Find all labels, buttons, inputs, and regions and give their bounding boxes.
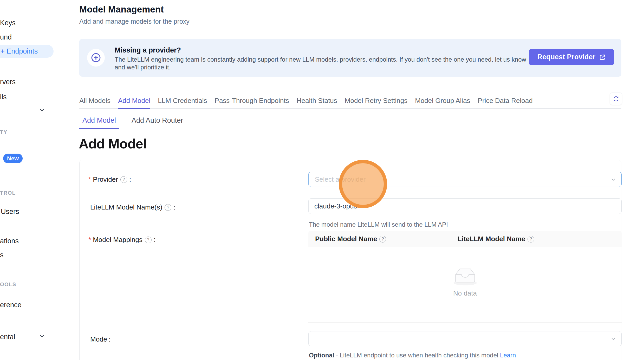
chevron-down-icon bbox=[610, 177, 616, 182]
model-mappings-label: * Model Mappings ? : bbox=[88, 236, 155, 244]
chevron-down-icon[interactable] bbox=[39, 333, 45, 339]
help-circle-icon[interactable]: ? bbox=[145, 237, 152, 243]
label-colon: : bbox=[129, 175, 131, 184]
mode-label-text: Mode bbox=[90, 335, 107, 343]
column-header-text: LiteLLM Model Name bbox=[458, 235, 525, 243]
model-name-input[interactable] bbox=[308, 198, 622, 214]
model-mappings-table-header: Public Model Name ? LiteLLM Model Name ? bbox=[308, 231, 622, 247]
mode-label: Mode : bbox=[90, 335, 110, 343]
chevron-down-icon[interactable] bbox=[39, 107, 45, 113]
model-management-tabs: All Models Add Model LLM Credentials Pas… bbox=[79, 96, 621, 109]
sidebar: Keys und + Endpoints rvers ils TY New TR… bbox=[0, 0, 78, 360]
sidebar-section-label: OOLS bbox=[0, 282, 16, 287]
provider-label: * Provider ? : bbox=[88, 175, 131, 184]
sidebar-item-users[interactable]: Users bbox=[1, 208, 19, 216]
provider-select[interactable]: Select a provider bbox=[308, 172, 622, 187]
label-colon: : bbox=[173, 203, 175, 211]
model-name-label: LiteLLM Model Name(s) ? : bbox=[90, 203, 175, 211]
sidebar-item-servers[interactable]: rvers bbox=[0, 78, 16, 86]
model-name-label-text: LiteLLM Model Name(s) bbox=[90, 203, 162, 211]
tab-add-model[interactable]: Add Model bbox=[118, 96, 150, 108]
empty-state: No data bbox=[308, 265, 622, 297]
request-provider-label: Request Provider bbox=[537, 53, 595, 61]
chevron-down-icon bbox=[610, 336, 616, 342]
tab-pass-through-endpoints[interactable]: Pass-Through Endpoints bbox=[215, 96, 289, 108]
help-circle-icon[interactable]: ? bbox=[379, 236, 386, 243]
inbox-icon bbox=[452, 265, 478, 286]
tab-health-status[interactable]: Health Status bbox=[297, 96, 337, 108]
provider-select-placeholder: Select a provider bbox=[315, 175, 366, 184]
learn-more-link[interactable]: Learn bbox=[500, 352, 516, 359]
page-subtitle: Add and manage models for the proxy bbox=[79, 18, 190, 25]
help-circle-icon[interactable]: ? bbox=[120, 176, 127, 183]
sidebar-item-playground[interactable]: und bbox=[0, 33, 12, 41]
litellm-admin-page: Keys und + Endpoints rvers ils TY New TR… bbox=[0, 0, 644, 360]
sidebar-item-endpoints-active[interactable]: + Endpoints bbox=[0, 45, 54, 58]
add-model-heading: Add Model bbox=[79, 136, 147, 152]
column-divider bbox=[453, 235, 453, 244]
sidebar-item-s[interactable]: s bbox=[0, 251, 4, 259]
help-circle-icon[interactable]: ? bbox=[528, 236, 534, 243]
sidebar-item-ils[interactable]: ils bbox=[0, 93, 7, 101]
tab-model-group-alias[interactable]: Model Group Alias bbox=[415, 96, 470, 108]
refresh-icon bbox=[613, 95, 620, 102]
model-name-helper: The model name LiteLLM will send to the … bbox=[309, 221, 448, 228]
tab-model-retry-settings[interactable]: Model Retry Settings bbox=[345, 96, 407, 108]
model-mappings-table: Public Model Name ? LiteLLM Model Name ? bbox=[308, 231, 622, 323]
mode-helper: Optional - LiteLLM endpoint to use when … bbox=[309, 352, 516, 359]
column-header-text: Public Model Name bbox=[315, 235, 377, 243]
column-header-public-model-name: Public Model Name ? bbox=[308, 235, 453, 243]
sidebar-item-endpoints-label: + Endpoints bbox=[1, 47, 38, 55]
refresh-button[interactable] bbox=[610, 93, 622, 105]
model-mappings-label-text: Model Mappings bbox=[93, 236, 142, 244]
sidebar-item-keys[interactable]: Keys bbox=[0, 19, 16, 27]
column-header-litellm-model-name: LiteLLM Model Name ? bbox=[453, 235, 536, 243]
tab-llm-credentials[interactable]: LLM Credentials bbox=[158, 96, 207, 108]
tab-price-data-reload[interactable]: Price Data Reload bbox=[478, 96, 533, 108]
banner-body: The LiteLLM engineering team is constant… bbox=[115, 56, 531, 71]
sidebar-section-label: TY bbox=[0, 129, 8, 135]
external-link-icon bbox=[599, 54, 606, 61]
label-colon: : bbox=[154, 236, 155, 244]
subtab-add-model[interactable]: Add Model bbox=[79, 115, 119, 129]
help-circle-icon[interactable]: ? bbox=[165, 204, 171, 211]
tab-all-models[interactable]: All Models bbox=[79, 96, 110, 108]
provider-label-text: Provider bbox=[93, 175, 118, 184]
banner-title: Missing a provider? bbox=[115, 46, 181, 54]
mode-select[interactable] bbox=[308, 331, 622, 346]
new-badge: New bbox=[3, 154, 23, 163]
page-title: Model Management bbox=[79, 4, 164, 15]
required-mark: * bbox=[88, 175, 91, 184]
sidebar-item-experimental[interactable]: ental bbox=[0, 333, 15, 341]
sidebar-item-organizations[interactable]: ations bbox=[0, 237, 19, 245]
subtab-add-auto-router[interactable]: Add Auto Router bbox=[128, 115, 186, 129]
no-data-text: No data bbox=[308, 289, 622, 297]
mode-helper-optional: Optional bbox=[309, 352, 334, 359]
add-model-form-card: * Provider ? : Select a provider LiteLLM… bbox=[79, 160, 621, 360]
request-provider-button[interactable]: Request Provider bbox=[529, 49, 614, 65]
sidebar-section-label: TROL bbox=[0, 190, 16, 196]
sidebar-item-reference[interactable]: erence bbox=[0, 301, 22, 309]
add-model-subtabs: Add Model Add Auto Router bbox=[79, 115, 621, 129]
required-mark: * bbox=[88, 236, 91, 244]
mode-helper-text: - LiteLLM endpoint to use when health ch… bbox=[334, 352, 500, 359]
missing-provider-banner: Missing a provider? The LiteLLM engineer… bbox=[79, 39, 621, 77]
plus-circle-icon bbox=[87, 49, 105, 67]
label-colon: : bbox=[109, 335, 110, 343]
